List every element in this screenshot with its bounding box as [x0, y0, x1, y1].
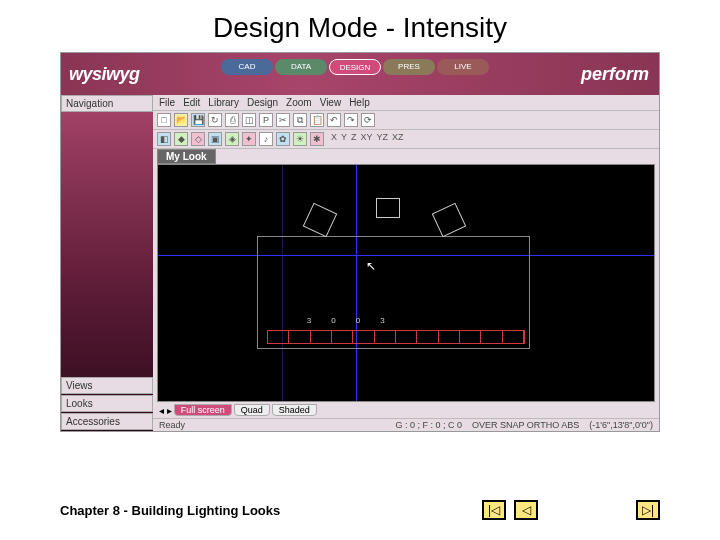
shape7-icon[interactable]: ✿ — [276, 132, 290, 146]
design-canvas[interactable]: ↖ 3 0 0 3 — [157, 164, 655, 402]
logo-wysiwyg: wysiwyg — [69, 64, 140, 85]
app-screenshot: wysiwyg CAD DATA DESIGN PRES LIVE perfor… — [60, 52, 660, 432]
status-coords1: G : 0 ; F : 0 ; C 0 — [395, 420, 462, 430]
shape8-icon[interactable]: ☀ — [293, 132, 307, 146]
open-icon[interactable]: 📂 — [174, 113, 188, 127]
menu-library[interactable]: Library — [208, 97, 239, 108]
status-coords2: (-1'6",13'8",0'0") — [589, 420, 653, 430]
axis-labels: X Y Z XY YZ XZ — [327, 132, 408, 146]
shape6-icon[interactable]: ♪ — [259, 132, 273, 146]
shape2-icon[interactable]: ◇ — [191, 132, 205, 146]
shape3-icon[interactable]: ▣ — [208, 132, 222, 146]
truss-num: 3 — [380, 316, 384, 325]
truss-labels: 3 0 0 3 — [307, 316, 385, 325]
copy-icon[interactable]: ⧉ — [293, 113, 307, 127]
nav-prev-button[interactable]: ◁ — [514, 500, 538, 520]
menu-view[interactable]: View — [320, 97, 342, 108]
cursor-icon: ↖ — [366, 259, 376, 273]
axis-y[interactable]: Y — [341, 132, 347, 146]
sidebar-navigation[interactable]: Navigation — [61, 95, 153, 112]
tool-icon[interactable]: P — [259, 113, 273, 127]
axis-x[interactable]: X — [331, 132, 337, 146]
nav-rewind-button[interactable]: |◁ — [482, 500, 506, 520]
sidebar: Navigation Views Looks Accessories — [61, 95, 153, 431]
shape1-icon[interactable]: ◆ — [174, 132, 188, 146]
menu-file[interactable]: File — [159, 97, 175, 108]
mode-tab-data[interactable]: DATA — [275, 59, 327, 75]
light-fixture-2[interactable] — [376, 198, 400, 218]
axis-xz[interactable]: XZ — [392, 132, 404, 146]
menu-design[interactable]: Design — [247, 97, 278, 108]
truss-num: 3 — [307, 316, 311, 325]
truss-num: 0 — [331, 316, 335, 325]
slide-footer: Chapter 8 - Building Lighting Looks |◁ ◁… — [0, 490, 720, 540]
axis-z[interactable]: Z — [351, 132, 357, 146]
view-tab-mylook[interactable]: My Look — [157, 149, 216, 164]
shape4-icon[interactable]: ◈ — [225, 132, 239, 146]
refresh-icon[interactable]: ↻ — [208, 113, 222, 127]
undo-icon[interactable]: ↶ — [327, 113, 341, 127]
cube-icon[interactable]: ◧ — [157, 132, 171, 146]
truss-num: 0 — [356, 316, 360, 325]
sidebar-looks[interactable]: Looks — [61, 395, 153, 412]
axis-yz[interactable]: YZ — [377, 132, 389, 146]
cut-icon[interactable]: ✂ — [276, 113, 290, 127]
shape9-icon[interactable]: ✱ — [310, 132, 324, 146]
save-icon[interactable]: 💾 — [191, 113, 205, 127]
redo-icon[interactable]: ↷ — [344, 113, 358, 127]
app-header: wysiwyg CAD DATA DESIGN PRES LIVE perfor… — [61, 53, 659, 95]
paste-icon[interactable]: 📋 — [310, 113, 324, 127]
logo-perform: perform — [581, 64, 649, 85]
toolbar-1: □ 📂 💾 ↻ ⎙ ◫ P ✂ ⧉ 📋 ↶ ↷ ⟳ — [153, 111, 659, 130]
status-ready: Ready — [159, 420, 185, 430]
truss-bar[interactable] — [267, 330, 525, 344]
menu-edit[interactable]: Edit — [183, 97, 200, 108]
menu-zoom[interactable]: Zoom — [286, 97, 312, 108]
sidebar-views[interactable]: Views — [61, 377, 153, 394]
preview-icon[interactable]: ◫ — [242, 113, 256, 127]
shape5-icon[interactable]: ✦ — [242, 132, 256, 146]
mode-tabs: CAD DATA DESIGN PRES LIVE — [221, 59, 489, 75]
new-icon[interactable]: □ — [157, 113, 171, 127]
slide-title: Design Mode - Intensity — [0, 0, 720, 52]
chapter-label: Chapter 8 - Building Lighting Looks — [60, 503, 280, 518]
light-fixture-3[interactable] — [431, 203, 466, 238]
print-icon[interactable]: ⎙ — [225, 113, 239, 127]
bottom-tabs: ◂ ▸ Full screen Quad Shaded — [153, 402, 659, 418]
mode-tab-design[interactable]: DESIGN — [329, 59, 381, 75]
sidebar-accessories[interactable]: Accessories — [61, 413, 153, 430]
status-bar: Ready G : 0 ; F : 0 ; C 0 OVER SNAP ORTH… — [153, 418, 659, 431]
mode-tab-cad[interactable]: CAD — [221, 59, 273, 75]
mode-tab-pres[interactable]: PRES — [383, 59, 435, 75]
mode-tab-live[interactable]: LIVE — [437, 59, 489, 75]
menu-help[interactable]: Help — [349, 97, 370, 108]
tab-shaded[interactable]: Shaded — [272, 404, 317, 416]
light-fixture-1[interactable] — [303, 203, 338, 238]
axis-xy[interactable]: XY — [361, 132, 373, 146]
nav-next-button[interactable]: ▷| — [636, 500, 660, 520]
rotate-icon[interactable]: ⟳ — [361, 113, 375, 127]
toolbar-2: ◧ ◆ ◇ ▣ ◈ ✦ ♪ ✿ ☀ ✱ X Y Z XY YZ — [153, 130, 659, 149]
tab-quad[interactable]: Quad — [234, 404, 270, 416]
tab-fullscreen[interactable]: Full screen — [174, 404, 232, 416]
menu-bar: File Edit Library Design Zoom View Help — [153, 95, 659, 111]
status-flags: OVER SNAP ORTHO ABS — [472, 420, 579, 430]
